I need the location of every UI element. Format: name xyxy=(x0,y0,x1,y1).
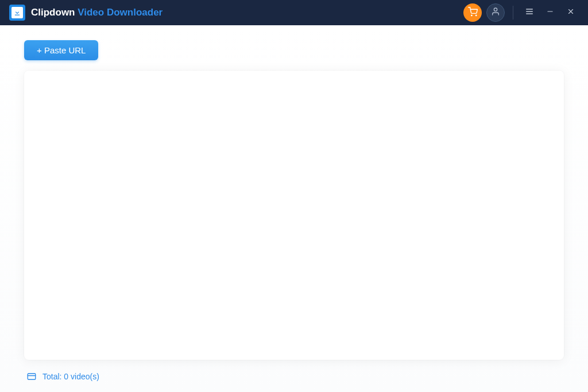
close-icon xyxy=(567,7,575,18)
titlebar-left: Clipdown Video Downloader xyxy=(9,5,163,21)
close-button[interactable] xyxy=(563,5,579,21)
titlebar: Clipdown Video Downloader xyxy=(0,0,588,25)
main-area: + Paste URL Total: 0 video(s) xyxy=(0,25,588,392)
svg-rect-9 xyxy=(28,374,36,380)
app-title: Clipdown Video Downloader xyxy=(31,7,163,18)
app-title-main: Clipdown xyxy=(31,7,75,18)
download-list-panel xyxy=(24,71,564,360)
svg-point-2 xyxy=(494,8,497,11)
paste-url-button[interactable]: + Paste URL xyxy=(24,40,98,60)
svg-point-0 xyxy=(471,15,471,15)
cart-button[interactable] xyxy=(463,3,482,22)
app-title-accent: Video Downloader xyxy=(78,7,163,18)
user-icon xyxy=(491,7,500,18)
menu-icon xyxy=(525,7,534,18)
download-icon xyxy=(11,7,23,18)
titlebar-divider xyxy=(513,6,513,20)
titlebar-right xyxy=(463,3,579,22)
minimize-button[interactable] xyxy=(542,5,558,21)
folder-icon[interactable] xyxy=(26,371,37,382)
total-videos-label: Total: 0 video(s) xyxy=(42,372,99,381)
menu-button[interactable] xyxy=(521,5,537,21)
user-button[interactable] xyxy=(486,3,505,22)
svg-point-1 xyxy=(475,15,476,15)
cart-icon xyxy=(468,7,478,19)
minimize-icon xyxy=(546,7,554,18)
status-bar: Total: 0 video(s) xyxy=(24,371,564,382)
app-logo xyxy=(9,5,25,21)
